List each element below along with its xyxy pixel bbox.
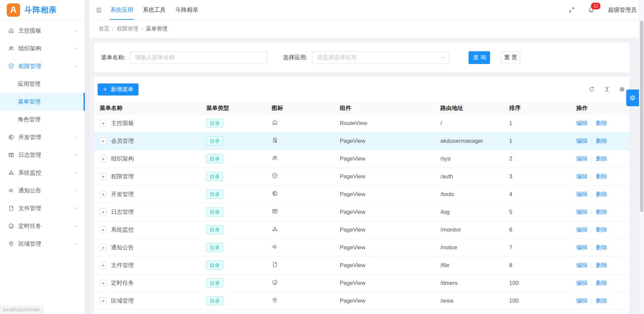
delete-link[interactable]: 删除 <box>596 138 607 144</box>
fullscreen-icon[interactable] <box>569 7 575 13</box>
delete-link[interactable]: 删除 <box>596 298 607 304</box>
sidebar-subitem[interactable]: 菜单管理 <box>0 93 85 111</box>
edit-link[interactable]: 编辑 <box>576 298 588 304</box>
top-tab[interactable]: 系统工具 <box>143 0 166 20</box>
sidebar-menu: 主控面板组织架构权限管理应用管理菜单管理角色管理开发管理日志管理系统监控通知公告… <box>0 20 85 314</box>
theme-settings-button[interactable] <box>626 89 639 106</box>
expand-row-button[interactable]: + <box>100 137 107 144</box>
user-menu[interactable]: 超级管理员 <box>608 6 637 14</box>
sidebar-subitem[interactable]: 应用管理 <box>0 75 85 93</box>
expand-row-button[interactable]: + <box>100 173 107 180</box>
edit-link[interactable]: 编辑 <box>576 155 588 162</box>
table-row[interactable]: +系统监控目录PageView/monitor6编辑|删除 <box>94 221 629 239</box>
sidebar-item[interactable]: 日志管理 <box>0 146 85 164</box>
sidebar-item[interactable]: 主控面板 <box>0 22 85 40</box>
menu-name-text: 通知公告 <box>111 244 134 251</box>
topbar-right: 12 超级管理员 <box>569 6 637 14</box>
chevron-down-icon <box>74 29 78 33</box>
table-row[interactable]: +开发管理目录PageView/tools4编辑|删除 <box>94 185 629 203</box>
expand-row-button[interactable]: + <box>100 262 107 269</box>
cell-actions: 编辑|删除 <box>571 203 629 221</box>
notifications-button[interactable]: 12 <box>588 6 595 13</box>
edit-link[interactable]: 编辑 <box>576 191 588 197</box>
table-row[interactable]: +定时任务目录PageView/timers100编辑|删除 <box>94 274 629 292</box>
table-row[interactable]: +主控面板目录RouteView/1编辑|删除 <box>94 114 629 132</box>
delete-link[interactable]: 删除 <box>596 209 607 215</box>
delete-link[interactable]: 删除 <box>596 244 607 251</box>
menu-name-input[interactable] <box>130 51 267 64</box>
delete-link[interactable]: 删除 <box>596 280 607 286</box>
breadcrumb-item[interactable]: 首页 <box>99 25 109 33</box>
table-row[interactable]: +会员管理目录PageViewakdusermanager1编辑|删除 <box>94 132 629 150</box>
table-row[interactable]: +区域管理目录PageView/area100编辑|删除 <box>94 292 629 310</box>
edit-link[interactable]: 编辑 <box>576 262 588 268</box>
cell-menu-type: 目录 <box>201 203 266 221</box>
cell-menu-name: +会员管理 <box>94 132 201 150</box>
sidebar-item[interactable]: 区域管理 <box>0 235 85 253</box>
sidebar-scrollbar[interactable] <box>85 0 89 314</box>
notification-badge: 12 <box>591 2 601 10</box>
column-height-icon[interactable] <box>604 86 610 92</box>
expand-row-button[interactable]: + <box>100 208 107 215</box>
table-row[interactable]: +组织架构目录PageView/sys2编辑|删除 <box>94 150 629 168</box>
expand-row-button[interactable]: + <box>100 120 107 127</box>
cell-sort: 7 <box>504 239 571 256</box>
cell-icon <box>266 274 334 292</box>
edit-link[interactable]: 编辑 <box>576 209 588 215</box>
page-scrollbar[interactable] <box>639 0 644 314</box>
cell-actions: 编辑|删除 <box>571 292 629 310</box>
delete-link[interactable]: 删除 <box>596 191 607 197</box>
breadcrumb-item[interactable]: 权限管理 <box>117 25 138 33</box>
menu-fold-icon[interactable] <box>96 7 102 13</box>
add-menu-label: 新增菜单 <box>111 85 133 93</box>
delete-link[interactable]: 删除 <box>596 262 607 268</box>
reset-button[interactable]: 重 置 <box>501 51 520 64</box>
table-row[interactable]: +权限管理目录PageView/auth3编辑|删除 <box>94 168 629 185</box>
sidebar-item[interactable]: 定时任务 <box>0 217 85 235</box>
edit-link[interactable]: 编辑 <box>576 280 588 286</box>
sidebar-subitem[interactable]: 角色管理 <box>0 111 85 128</box>
delete-link[interactable]: 删除 <box>596 120 607 126</box>
cell-menu-type: 目录 <box>201 150 266 168</box>
expand-row-button[interactable]: + <box>100 226 107 233</box>
setting-icon[interactable] <box>619 86 625 92</box>
brand-logo-icon: A <box>7 3 20 17</box>
edit-link[interactable]: 编辑 <box>576 227 588 233</box>
add-menu-button[interactable]: 新增菜单 <box>98 83 139 96</box>
top-tab[interactable]: 斗阵相亲 <box>175 0 198 20</box>
top-tab[interactable]: 系统应用 <box>110 0 133 20</box>
main-area: 系统应用系统工具斗阵相亲 12 超级管理员 首页/权限管理/菜单管理 菜单名称:… <box>89 0 644 314</box>
table-row[interactable]: +通知公告目录PageView/notice7编辑|删除 <box>94 239 629 256</box>
delete-link[interactable]: 删除 <box>596 155 607 162</box>
expand-row-button[interactable]: + <box>100 297 107 304</box>
edit-link[interactable]: 编辑 <box>576 120 588 126</box>
sidebar-item[interactable]: 通知公告 <box>0 182 85 199</box>
sidebar-item[interactable]: 权限管理 <box>0 57 85 75</box>
search-button[interactable]: 查 询 <box>469 51 490 64</box>
refresh-icon[interactable] <box>589 86 595 92</box>
delete-link[interactable]: 删除 <box>596 227 607 233</box>
edit-link[interactable]: 编辑 <box>576 244 588 251</box>
expand-row-button[interactable]: + <box>100 244 107 251</box>
breadcrumb-item: 菜单管理 <box>146 25 167 33</box>
scrollbar-thumb[interactable] <box>640 21 643 212</box>
sidebar-item[interactable]: 文件管理 <box>0 199 85 217</box>
edit-link[interactable]: 编辑 <box>576 173 588 180</box>
expand-row-button[interactable]: + <box>100 279 107 287</box>
sidebar-item[interactable]: 组织架构 <box>0 40 85 57</box>
app-select[interactable]: 请选择选择应用 <box>312 51 450 64</box>
edit-link[interactable]: 编辑 <box>576 138 588 144</box>
sidebar-item[interactable]: 系统监控 <box>0 164 85 182</box>
brand[interactable]: A 斗阵相亲 <box>0 0 85 20</box>
expand-row-button[interactable]: + <box>100 155 107 162</box>
delete-link[interactable]: 删除 <box>596 173 607 180</box>
sidebar-item[interactable]: 开发管理 <box>0 128 85 146</box>
expand-row-button[interactable]: + <box>100 191 107 198</box>
menu-type-tag: 目录 <box>206 119 223 128</box>
app-window: A 斗阵相亲 主控面板组织架构权限管理应用管理菜单管理角色管理开发管理日志管理系… <box>0 0 644 314</box>
table-row[interactable]: +日志管理目录PageView/log5编辑|删除 <box>94 203 629 221</box>
menu-table: 菜单名称菜单类型图标组件路由地址排序操作 +主控面板目录RouteView/1编… <box>94 102 629 310</box>
menu-type-tag: 目录 <box>206 154 223 164</box>
column-header: 排序 <box>504 102 571 114</box>
table-row[interactable]: +文件管理目录PageView/file8编辑|删除 <box>94 256 629 274</box>
